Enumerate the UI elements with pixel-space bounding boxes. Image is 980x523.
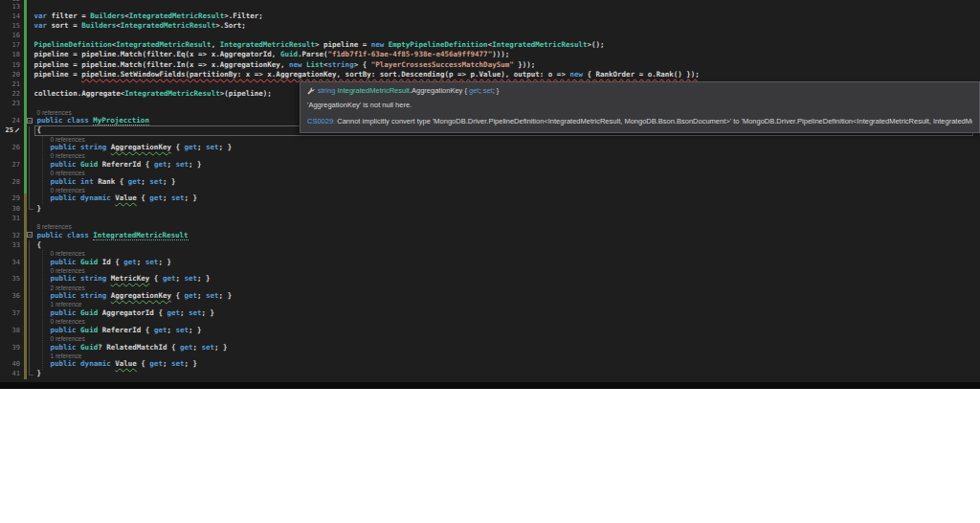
codelens-references[interactable]: 0 references [34,187,980,194]
code-text[interactable]: var filter = Builders<IntegratedMetricRe… [34,11,980,21]
line-number: 19 [0,60,21,70]
code-line[interactable]: 18pipeline = pipeline.Match(filter.Eq(x … [0,50,980,59]
code-line[interactable]: 27public Guid RefererId { get; set; } [0,160,980,170]
code-token: set [206,291,219,300]
code-text[interactable]: } [34,369,980,378]
code-line[interactable]: 37public Guid AggregatorId { get; set; } [0,308,980,318]
code-text[interactable]: var sort = Builders<IntegratedMetricResu… [34,21,980,31]
codelens-references[interactable]: 0 references [34,250,980,258]
codelens-label[interactable]: 0 references [51,318,85,325]
code-token: ; } [197,274,211,283]
code-text[interactable]: public Guid RefererId { get; set; } [34,326,980,335]
code-line[interactable]: 14var filter = Builders<IntegratedMetric… [0,11,980,21]
codelens-row[interactable]: 0 references [0,152,980,160]
code-text[interactable]: pipeline = pipeline.SetWindowFields(part… [34,70,980,80]
wrench-icon[interactable] [307,87,315,95]
codelens-row[interactable]: 0 references [0,170,980,177]
code-text[interactable]: pipeline = pipeline.Match(filter.In(x =>… [34,60,980,70]
code-token: set [189,308,202,317]
code-line[interactable]: 29public dynamic Value { get; set; } [0,193,980,203]
codelens-references[interactable]: 0 references [34,318,980,326]
codelens-row[interactable]: 0 references [0,267,980,275]
code-text[interactable] [34,2,980,11]
codelens-references[interactable]: 2 references [34,284,980,292]
code-text[interactable]: public int Rank { get; set; } [34,177,980,187]
code-line[interactable]: 31 [0,214,980,223]
code-text[interactable]: public Guid RefererId { get; set; } [34,160,980,170]
codelens-row[interactable]: 0 references [0,335,980,343]
code-line[interactable]: 35public string MetricKey { get; set; } [0,274,980,284]
code-text[interactable]: pipeline = pipeline.Match(filter.Eq(x =>… [34,50,980,59]
code-token: ; } [214,343,228,352]
codelens-references[interactable]: 1 reference [34,301,980,308]
codelens-row[interactable]: 2 references [0,284,980,292]
code-text[interactable]: public dynamic Value { get; set; } [34,359,980,369]
code-line[interactable]: 13 [0,2,980,11]
code-line[interactable]: 34public Guid Id { get; set; } [0,258,980,267]
error-code-link[interactable]: CS0029: [307,117,335,125]
code-text[interactable]: public dynamic Value { get; set; } [34,193,980,203]
codelens-label[interactable]: 0 references [51,267,85,274]
code-text[interactable]: PipelineDefinition<IntegratedMetricResul… [34,40,980,50]
code-line[interactable]: 17PipelineDefinition<IntegratedMetricRes… [0,40,980,50]
codelens-references[interactable]: 0 references [34,170,980,177]
codelens-label[interactable]: 0 references [51,152,85,159]
codelens-row[interactable]: 1 reference [0,301,980,308]
code-token: get [184,291,197,300]
code-line[interactable]: 41} [0,369,980,378]
fold-collapse-icon[interactable]: − [27,118,33,124]
code-text[interactable] [34,214,980,223]
codelens-row[interactable]: 0 references [0,318,980,326]
codelens-label[interactable]: 0 references [51,170,85,176]
code-line[interactable]: 40public dynamic Value { get; set; } [0,359,980,369]
code-line[interactable]: 26public string AggregationKey { get; se… [0,143,980,152]
code-line[interactable]: 32−public class IntegratedMetricResult [0,231,980,240]
code-text[interactable]: public string MetricKey { get; set; } [34,274,980,284]
code-line[interactable]: 30} [0,204,980,214]
codelens-references[interactable]: 1 reference [34,352,980,360]
code-text[interactable]: public class IntegratedMetricResult [34,231,980,240]
code-text[interactable]: public Guid AggregatorId { get; set; } [34,308,980,318]
codelens-label[interactable]: 0 references [37,109,72,116]
code-text[interactable]: public string AggregationKey { get; set;… [34,143,980,152]
codelens-row[interactable]: 0 references [0,250,980,258]
tooltip-null-note: 'AggregationKey' is not null here. [307,101,972,110]
code-line[interactable]: 19pipeline = pipeline.Match(filter.In(x … [0,60,980,70]
codelens-references[interactable]: 0 references [34,335,980,343]
codelens-label[interactable]: 0 references [51,250,85,257]
code-line[interactable]: 36public string AggregationKey { get; se… [0,291,980,301]
code-text[interactable]: public string AggregationKey { get; set;… [34,291,980,301]
codelens-references[interactable]: 0 references [34,267,980,275]
line-number: 28 [0,177,21,187]
line-number [0,284,21,292]
code-token: set [202,343,215,352]
code-text[interactable]: { [34,240,980,250]
codelens-references[interactable]: 8 references [34,223,980,231]
codelens-label[interactable]: 1 reference [51,301,82,307]
codelens-label[interactable]: 0 references [51,136,85,143]
code-text[interactable] [34,31,980,40]
code-text[interactable]: public Guid Id { get; set; } [34,258,980,267]
codelens-row[interactable]: 8 references [0,223,980,231]
code-line[interactable]: 38public Guid RefererId { get; set; } [0,326,980,335]
codelens-label[interactable]: 1 reference [51,352,82,359]
code-line[interactable]: 16 [0,31,980,40]
code-line[interactable]: 15var sort = Builders<IntegratedMetricRe… [0,21,980,31]
codelens-references[interactable]: 0 references [34,136,980,144]
codelens-row[interactable]: 0 references [0,187,980,194]
codelens-label[interactable]: 0 references [51,335,85,342]
code-line[interactable]: 28public int Rank { get; set; } [0,177,980,187]
codelens-label[interactable]: 2 references [51,284,85,291]
codelens-label[interactable]: 0 references [51,187,85,193]
code-token: AggregationKey [111,143,171,151]
codelens-row[interactable]: 0 references [0,136,980,144]
code-line[interactable]: 39public Guid? RelatedMatchId { get; set… [0,343,980,352]
fold-collapse-icon[interactable]: − [27,232,33,238]
codelens-references[interactable]: 0 references [34,152,980,160]
code-line[interactable]: 20pipeline = pipeline.SetWindowFields(pa… [0,70,980,80]
code-line[interactable]: 33{ [0,240,980,250]
codelens-row[interactable]: 1 reference [0,352,980,360]
code-text[interactable]: public Guid? RelatedMatchId { get; set; … [34,343,980,352]
codelens-label[interactable]: 8 references [37,223,72,230]
code-text[interactable]: } [34,204,980,214]
